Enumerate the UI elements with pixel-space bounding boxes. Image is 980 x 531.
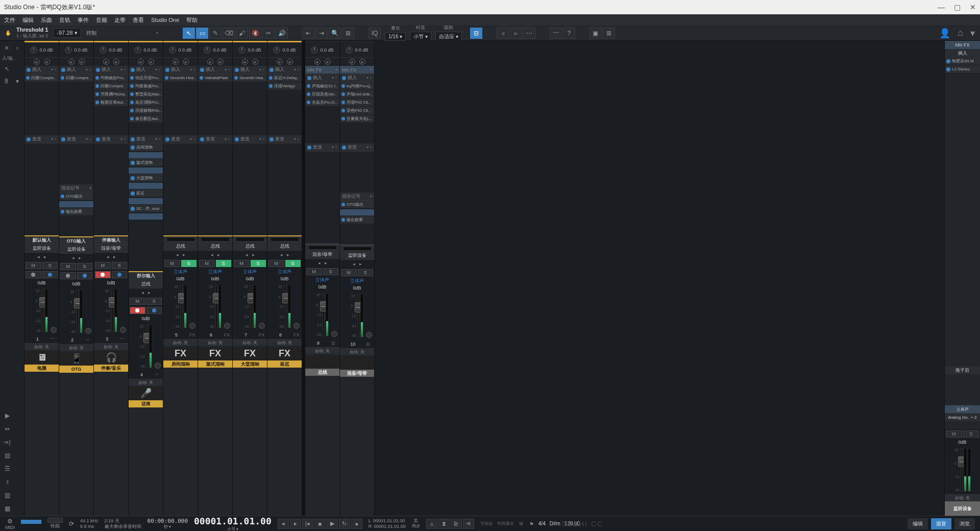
- plugin-slot[interactable]: 延迟H-Delay..: [267, 74, 302, 82]
- inserts-header[interactable]: 插入▾ +: [198, 66, 232, 74]
- channel-name[interactable]: 话筒: [129, 400, 163, 407]
- channel-name[interactable]: 房间混响: [163, 360, 198, 368]
- phase-r-icon[interactable]: ø: [325, 59, 331, 65]
- menu-audio[interactable]: 音频: [96, 16, 107, 24]
- monitor-button[interactable]: [77, 272, 93, 279]
- pan-right-icon[interactable]: ▸: [252, 252, 255, 257]
- plugin-slot[interactable]: 检测音准Aut..: [94, 99, 128, 107]
- master-auto-mode[interactable]: 自动: 关: [945, 494, 980, 501]
- channel-icon[interactable]: [305, 354, 339, 369]
- time-sig[interactable]: 4/4: [538, 521, 546, 526]
- collapse-h-icon[interactable]: ⇒|: [2, 437, 12, 447]
- fader[interactable]: [146, 325, 148, 368]
- tempo[interactable]: 120.00: [565, 521, 580, 526]
- channel-name[interactable]: 大堂混响: [233, 360, 267, 368]
- io-label[interactable]: 入/输..: [2, 55, 22, 62]
- mute-button[interactable]: M: [268, 260, 284, 267]
- solo-button[interactable]: S: [358, 269, 374, 276]
- phase-l-icon[interactable]: ø: [349, 59, 355, 65]
- phase-l-icon[interactable]: ø: [277, 59, 283, 65]
- db-readout[interactable]: 0dB: [198, 275, 232, 282]
- param-name[interactable]: Threshold 1: [16, 27, 48, 33]
- channel-name[interactable]: 总线: [305, 369, 339, 376]
- channel-name[interactable]: 电脑: [24, 365, 59, 372]
- auto-zoom-icon[interactable]: ⊞: [342, 28, 354, 39]
- plugin-slot[interactable]: 动态压缩Pro..: [129, 74, 163, 82]
- plugin-slot[interactable]: 底音消除Pro..: [129, 99, 163, 107]
- db-readout[interactable]: 0dB: [267, 275, 302, 282]
- mute-button[interactable]: M: [26, 262, 41, 269]
- channel-icon[interactable]: 🖥: [24, 350, 59, 365]
- home-icon[interactable]: ⌂: [958, 28, 963, 38]
- cue-level[interactable]: [340, 209, 374, 215]
- send-level[interactable]: [129, 213, 163, 220]
- plugin-slot[interactable]: eq均衡Pro-Q..: [340, 82, 374, 90]
- inserts-header[interactable]: 插入▾ +: [59, 66, 93, 74]
- sends-header[interactable]: 发送▾ +: [24, 135, 59, 143]
- plugin-slot[interactable]: 压缩染色Ver..: [305, 90, 339, 99]
- control-label[interactable]: 控制: [86, 30, 96, 37]
- iq-button[interactable]: IQ: [369, 28, 381, 39]
- plugin-slot[interactable]: 声场融合S1 I..: [305, 82, 339, 90]
- record-arm-button[interactable]: [26, 271, 41, 278]
- input-select[interactable]: OTG输入: [59, 237, 93, 246]
- send-slot[interactable]: 延迟: [129, 189, 163, 198]
- solo-button[interactable]: S: [77, 263, 93, 270]
- plugin-slot[interactable]: 闪避Compre..: [59, 74, 93, 82]
- gain-knob[interactable]: 0.0 dB: [129, 42, 163, 58]
- channel-icon[interactable]: 🎧: [94, 350, 128, 365]
- marker-prev-icon[interactable]: ◃: [497, 28, 509, 39]
- edit-icon[interactable]: [224, 323, 230, 329]
- output-select[interactable]: 监听设备: [59, 246, 93, 254]
- pan-left-icon[interactable]: ◂: [72, 255, 75, 260]
- input-select[interactable]: 舒尔输入: [129, 272, 163, 280]
- stop-icon[interactable]: ■: [314, 519, 326, 529]
- tc-unit[interactable]: 秒 ▾: [164, 524, 171, 529]
- user-icon[interactable]: 👤: [939, 28, 950, 39]
- inserts-header[interactable]: 插入▾ +: [94, 66, 128, 74]
- menu-event[interactable]: 事件: [78, 16, 89, 24]
- pan-right-icon[interactable]: ▸: [217, 252, 220, 257]
- nudge-start-icon[interactable]: ⇤: [302, 28, 314, 39]
- master-solo-button[interactable]: S: [963, 430, 979, 438]
- pan-left-icon[interactable]: ◂: [211, 252, 213, 257]
- gain-knob[interactable]: 0.0 dB: [94, 42, 128, 58]
- param-dropdown-icon[interactable]: ▾: [156, 31, 158, 35]
- solo-button[interactable]: S: [285, 260, 301, 267]
- rtz-icon[interactable]: |◂: [302, 519, 313, 529]
- monitor-button[interactable]: [42, 271, 58, 278]
- mute-button[interactable]: M: [60, 263, 76, 270]
- inserts-header[interactable]: 插入▾ +: [129, 66, 163, 74]
- phase-l-icon[interactable]: ø: [34, 59, 40, 65]
- fader[interactable]: [323, 293, 325, 336]
- channel-icon[interactable]: FX: [233, 346, 267, 360]
- plugin-slot[interactable]: 压缩Vertigo: [267, 82, 302, 90]
- inserts-header[interactable]: 插入▾ +: [305, 74, 339, 82]
- edit-icon[interactable]: [331, 331, 337, 337]
- solo-button[interactable]: S: [323, 268, 339, 275]
- mute-button[interactable]: M: [95, 262, 111, 269]
- output-select[interactable]: 监听设备: [340, 252, 374, 260]
- phase-r-icon[interactable]: ø: [252, 59, 258, 65]
- automation-mode[interactable]: 自动: 关: [267, 339, 302, 346]
- channel-icon[interactable]: FX: [198, 346, 232, 360]
- solo-button[interactable]: S: [216, 260, 232, 267]
- cursor-small-icon[interactable]: ↖: [2, 64, 12, 74]
- automation-mode[interactable]: 自动: 关: [305, 347, 339, 354]
- cue-output[interactable]: OTG输出: [340, 201, 374, 209]
- output-select[interactable]: 总线: [129, 280, 163, 288]
- pan-right-icon[interactable]: ▸: [325, 260, 327, 266]
- timecode-secondary[interactable]: 00:00:00.000: [148, 518, 188, 524]
- menu-track[interactable]: 音轨: [59, 16, 70, 24]
- loop-icon[interactable]: ↻: [339, 519, 350, 529]
- pan-right-icon[interactable]: ▸: [44, 254, 46, 259]
- input-select[interactable]: 伴奏输入: [94, 236, 128, 245]
- fader[interactable]: [111, 289, 113, 332]
- inserts-header[interactable]: 插入▾ +: [24, 66, 59, 74]
- send-slot[interactable]: 房间混响: [129, 143, 163, 152]
- chevron-down-icon[interactable]: ▾: [13, 76, 22, 86]
- inserts-header[interactable]: 插入▾ +: [233, 66, 267, 74]
- plugin-slot[interactable]: 均衡衰减Pro..: [129, 82, 163, 90]
- plugin-slot[interactable]: 压缩P42 Cli..: [340, 99, 374, 107]
- close-panel-icon[interactable]: ✕: [2, 43, 12, 53]
